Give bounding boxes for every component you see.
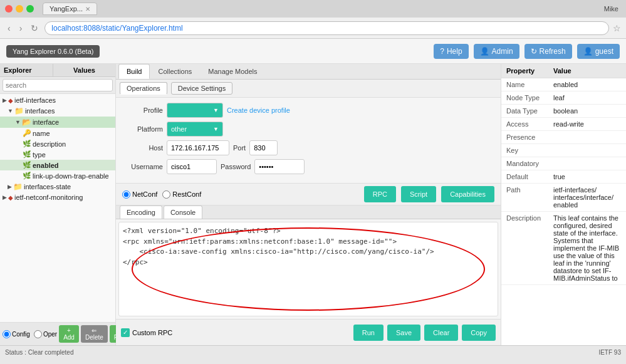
app-title-button[interactable]: Yang Explorer 0.6.0 (Beta) [6,45,100,58]
guest-icon: 👤 [583,47,593,56]
encoding-tab[interactable]: Encoding [120,205,162,219]
forward-button[interactable]: › [17,22,25,34]
chevron-down-icon: ▼ [213,107,219,113]
property-row: Key [501,144,626,157]
tree-label: link-up-down-trap-enable [33,172,109,180]
tab-collections[interactable]: Collections [150,64,200,79]
copy-button[interactable]: Copy [462,325,496,341]
property-value: read-write [548,118,626,131]
tree-item-ietf-netconf[interactable]: ▶ ◆ ietf-netconf-monitoring [0,192,115,202]
property-value [548,131,626,144]
script-button[interactable]: Script [401,186,436,202]
status-bar: Status : Clear completed IETF 93 [0,345,626,359]
minimize-button[interactable] [16,5,23,13]
username-label: Username [122,163,163,170]
guest-button[interactable]: 👤 guest [577,44,620,59]
folder-open-icon: 📂 [22,118,31,127]
host-label: Host [122,144,163,152]
module-icon: ◆ [8,194,13,201]
clear-button[interactable]: Clear [424,325,458,341]
admin-icon: 👤 [480,47,489,56]
tree-arrow-icon: ▶ [8,184,12,190]
netconf-radio-label[interactable]: NetConf [122,190,157,199]
restconf-radio[interactable] [162,190,170,199]
tab-build[interactable]: Build [118,64,150,79]
help-icon: ? [440,47,444,56]
address-bar: ‹ › ↻ ☆ [0,18,626,39]
netconf-radio[interactable] [122,190,130,199]
oper-radio-label[interactable]: Oper [34,330,57,338]
config-radio-label[interactable]: Config [3,330,30,338]
profile-select[interactable]: ▼ [167,103,223,118]
oper-radio[interactable] [34,330,42,338]
port-label: Port [233,144,246,152]
add-button[interactable]: + Add [59,325,79,343]
console-tab[interactable]: Console [164,205,202,219]
xml-content[interactable]: <?xml version="1.0" encoding="utf-8"?> <… [119,222,498,316]
host-input[interactable] [167,140,229,155]
maximize-button[interactable] [26,5,34,13]
bookmark-icon[interactable]: ☆ [613,23,621,33]
password-label: Password [221,163,251,170]
back-button[interactable]: ‹ [5,22,13,34]
property-row: Mandatory [501,157,626,170]
tree-item-ietf-interfaces[interactable]: ▶ ◆ ietf-interfaces [0,95,115,105]
username-input[interactable] [167,159,217,174]
protocol-row: NetConf RestConf RPC Script Capabilities [116,184,501,205]
delete-button[interactable]: ⇐ Delete [81,325,108,343]
property-row: Nameenabled [501,78,626,91]
guest-label: guest [595,47,613,56]
reload-button[interactable]: ↻ [28,22,41,34]
profile-label: Profile [122,107,163,114]
tree-item-interfaces[interactable]: ▼ 📁 interfaces [0,105,115,117]
tab-close-icon[interactable]: ✕ [85,6,90,13]
property-row: Data Typeboolean [501,105,626,118]
help-button[interactable]: ? Help [434,44,468,59]
tree-item-description[interactable]: 🌿 description [0,138,115,149]
tree-label: enabled [33,162,59,169]
platform-select[interactable]: other ▼ [167,122,223,137]
restconf-radio-label[interactable]: RestConf [162,190,201,199]
property-name: Node Type [501,91,548,105]
module-icon: ◆ [8,97,13,104]
password-input[interactable] [254,159,305,174]
config-radio[interactable] [3,330,11,338]
custom-rpc-checkbox[interactable]: ✓ [121,328,130,337]
admin-button[interactable]: 👤 Admin [474,44,519,59]
tab-manage-models[interactable]: Manage Models [200,64,265,79]
tree-item-link-up[interactable]: 🌿 link-up-down-trap-enable [0,170,115,181]
create-profile-link[interactable]: Create device profile [227,107,290,114]
custom-rpc-checkbox-group: ✓ Custom RPC [121,328,172,337]
value-col-header: Value [548,64,626,78]
tree-item-type[interactable]: 🌿 type [0,149,115,160]
values-header: Values [73,66,95,74]
tree-label: type [33,151,46,159]
tree-item-name[interactable]: 🔑 name [0,128,115,138]
close-button[interactable] [5,5,13,13]
port-input[interactable] [249,140,278,155]
restconf-label: RestConf [172,190,201,198]
tree-label: interfaces [25,107,55,115]
ops-tabs-bar: Operations Device Settings [116,80,501,98]
tree-label: interfaces-state [24,183,71,190]
tree-item-interfaces-state[interactable]: ▶ 📁 interfaces-state [0,181,115,192]
tree-arrow-icon: ▶ [3,194,7,200]
profile-row: Profile ▼ Create device profile [122,103,494,118]
capabilities-button[interactable]: Capabilities [441,186,494,202]
main-tabs-bar: Build Collections Manage Models [116,64,501,80]
address-input[interactable] [44,21,609,35]
refresh-button[interactable]: ↻ Refresh [524,44,572,59]
save-button[interactable]: Save [387,325,420,341]
run-button[interactable]: Run [353,325,383,341]
property-name: Description [501,212,548,285]
title-bar: YangExp... ✕ Mike [0,0,626,18]
ops-device-settings-tab[interactable]: Device Settings [171,82,232,95]
ops-operations-tab[interactable]: Operations [120,82,167,95]
tree-item-enabled[interactable]: 🌿 enabled [0,160,115,170]
tree-item-interface[interactable]: ▼ 📂 interface [0,117,115,128]
property-name: Key [501,144,548,157]
rpc-button[interactable]: RPC [364,186,396,202]
tree-arrow-icon: ▼ [15,119,21,125]
browser-tab[interactable]: YangExp... ✕ [43,3,97,15]
search-input[interactable] [3,79,113,91]
